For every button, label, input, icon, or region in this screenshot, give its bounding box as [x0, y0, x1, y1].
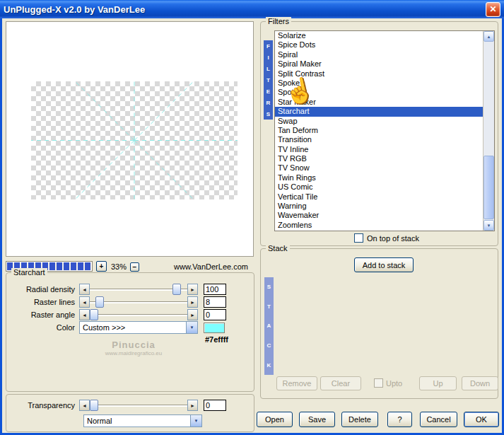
filter-item[interactable]: Wavemaker	[275, 211, 494, 220]
scrollbar-up-button[interactable]: ▲	[484, 31, 494, 42]
stack-letter: A	[267, 323, 271, 329]
raster-lines-slider-thumb[interactable]	[95, 296, 104, 308]
filter-item[interactable]: Split Contrast	[275, 69, 494, 79]
filter-item[interactable]: Spiral	[275, 50, 494, 59]
color-swatch[interactable]	[204, 323, 225, 333]
open-button[interactable]: Open	[257, 412, 293, 427]
transparency-label: Transparency	[8, 401, 79, 410]
website-link[interactable]: www.VanDerLee.com	[174, 262, 248, 271]
add-to-stack-button[interactable]: Add to stack	[354, 257, 414, 272]
raster-angle-value-input[interactable]	[204, 309, 226, 320]
transparency-increase-button[interactable]: ►	[187, 400, 198, 411]
starchart-group: Starchart Radial density ◄ ► Raster line…	[6, 272, 254, 392]
filter-item[interactable]: Solarize	[275, 31, 494, 40]
transparency-group: Transparency ◄ ► Normal ▼	[6, 394, 254, 432]
on-top-of-stack-option[interactable]: On top of stack	[354, 233, 419, 243]
zoom-in-button[interactable]: +	[96, 261, 107, 272]
filters-letter: T	[266, 77, 270, 83]
stack-letter: T	[267, 303, 271, 310]
down-button[interactable]: Down	[462, 376, 498, 390]
filter-item[interactable]: Transition	[275, 135, 494, 144]
arrow-left-icon: ◄	[82, 313, 87, 318]
transparency-decrease-button[interactable]: ◄	[79, 400, 90, 411]
zoom-level: 33%	[111, 262, 127, 271]
filter-item[interactable]: TV RGB	[275, 154, 494, 163]
filter-list-scrollbar[interactable]: ▲ ▼	[483, 31, 494, 231]
filter-item[interactable]: Vertical Tile	[275, 192, 494, 202]
zoom-out-button[interactable]: −	[130, 262, 139, 272]
save-button[interactable]: Save	[299, 412, 335, 427]
filter-item[interactable]: Swap	[275, 117, 494, 126]
raster-angle-decrease-button[interactable]: ◄	[79, 309, 90, 320]
on-top-label: On top of stack	[367, 234, 419, 243]
raster-lines-decrease-button[interactable]: ◄	[79, 296, 90, 308]
filter-item[interactable]: Spice Dots	[275, 40, 494, 50]
stack-group-label: Stack	[266, 244, 290, 253]
clear-button[interactable]: Clear	[320, 376, 361, 390]
cancel-button[interactable]: Cancel	[420, 412, 457, 427]
stack-vertical-label: S T A C K	[264, 277, 274, 375]
filters-letter: R	[266, 100, 271, 106]
raster-angle-slider[interactable]	[90, 309, 187, 320]
color-mode-dropdown[interactable]: Custom >>> ▼	[79, 321, 198, 334]
filter-item[interactable]: Spiral Maker	[275, 59, 494, 69]
blend-mode-dropdown[interactable]: Normal ▼	[83, 414, 202, 427]
upto-checkbox[interactable]	[374, 378, 383, 388]
stack-list[interactable]	[275, 277, 494, 375]
filters-letter: F	[266, 43, 270, 50]
filter-item[interactable]: US Comic	[275, 182, 494, 192]
filter-item[interactable]: Star Maker	[275, 98, 494, 107]
ok-button[interactable]: OK	[464, 412, 499, 427]
arrow-right-icon: ►	[190, 287, 195, 292]
scroll-down-icon: ▼	[487, 224, 491, 228]
filter-item[interactable]: TV Snow	[275, 163, 494, 173]
color-hex-label: #7effff	[205, 335, 228, 344]
filter-item[interactable]: Zoomlens	[275, 221, 494, 230]
filter-item[interactable]: TV Inline	[275, 145, 494, 154]
stack-letter: C	[267, 342, 271, 349]
filter-item[interactable]: Spoke	[275, 79, 494, 88]
delete-button[interactable]: Delete	[341, 412, 378, 427]
remove-button[interactable]: Remove	[276, 376, 317, 390]
raster-angle-increase-button[interactable]: ►	[187, 309, 198, 320]
arrow-right-icon: ►	[190, 313, 195, 318]
watermark-title: Pinuccia	[84, 340, 183, 350]
raster-lines-value-input[interactable]	[204, 296, 226, 308]
arrow-left-icon: ◄	[82, 403, 87, 408]
on-top-checkbox[interactable]	[354, 233, 363, 243]
up-button[interactable]: Up	[419, 376, 457, 390]
radial-density-decrease-button[interactable]: ◄	[79, 284, 90, 295]
color-row: Color Custom >>> ▼	[8, 321, 252, 334]
blend-mode-value: Normal	[84, 417, 190, 425]
raster-lines-slider[interactable]	[90, 296, 187, 308]
watermark-url: www.maidiregrafico.eu	[84, 350, 183, 356]
transparency-slider[interactable]	[90, 400, 187, 411]
preview-panel[interactable]	[6, 21, 254, 257]
radial-density-value-input[interactable]	[204, 284, 226, 295]
filters-letter: S	[266, 111, 270, 117]
filter-item-selected[interactable]: Starchart	[275, 107, 494, 116]
filter-item[interactable]: Twin Rings	[275, 173, 494, 182]
arrow-right-icon: ►	[190, 403, 195, 408]
preview-image	[31, 81, 238, 199]
transparency-value-input[interactable]	[204, 400, 226, 411]
scrollbar-thumb[interactable]	[484, 156, 494, 219]
filter-item[interactable]: Tan Deform	[275, 126, 494, 135]
transparency-slider-thumb[interactable]	[90, 400, 98, 411]
raster-lines-increase-button[interactable]: ►	[187, 296, 198, 308]
radial-density-slider[interactable]	[90, 284, 187, 295]
raster-angle-slider-thumb[interactable]	[90, 309, 98, 320]
help-button[interactable]: ?	[387, 412, 412, 427]
radial-density-slider-thumb[interactable]	[172, 284, 181, 295]
filter-item[interactable]: Spot	[275, 88, 494, 97]
scrollbar-down-button[interactable]: ▼	[484, 220, 494, 231]
dropdown-arrow-icon: ▼	[190, 415, 201, 427]
title-bar[interactable]: UnPlugged-X v2.0 by VanDerLee ✕	[0, 0, 504, 18]
arrow-right-icon: ►	[190, 300, 195, 305]
close-button[interactable]: ✕	[486, 2, 500, 17]
dropdown-arrow-icon: ▼	[186, 322, 197, 333]
dropdown-arrow-glyph: ▼	[194, 419, 199, 423]
stack-letter: S	[267, 284, 271, 290]
radial-density-increase-button[interactable]: ►	[187, 284, 198, 295]
filter-item[interactable]: Warning	[275, 202, 494, 211]
